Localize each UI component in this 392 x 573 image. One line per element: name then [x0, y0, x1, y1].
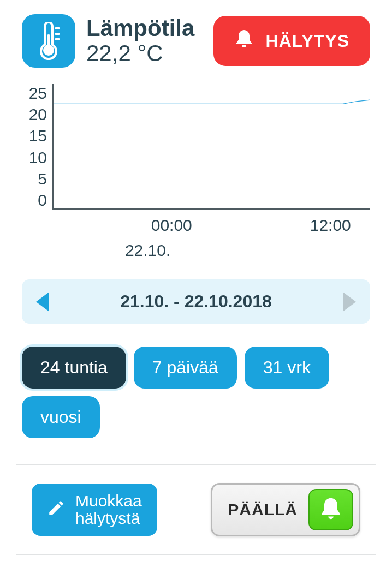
toggle-label: PÄÄLLÄ [228, 500, 298, 519]
y-tick: 25 [29, 84, 47, 103]
range-selector: 24 tuntia 7 päivää 31 vrk vuosi [22, 347, 370, 438]
chart-line [54, 84, 370, 208]
y-tick: 20 [29, 105, 47, 124]
pencil-icon [47, 499, 66, 521]
y-tick: 10 [29, 148, 47, 167]
toggle-knob [308, 489, 353, 530]
divider [16, 464, 376, 465]
temperature-title: Lämpötila [86, 16, 203, 41]
y-tick: 15 [29, 127, 47, 145]
range-31d-button[interactable]: 31 vrk [245, 347, 329, 389]
thermometer-icon [22, 14, 75, 68]
y-axis-ticks: 25 20 15 10 5 0 [22, 84, 52, 210]
y-tick: 0 [38, 191, 47, 210]
x-tick: 12:00 [291, 216, 371, 235]
bottom-controls: Muokkaa hälytystä PÄÄLLÄ [22, 483, 370, 536]
x-axis-date: 22.10. [52, 241, 370, 260]
header: Lämpötila 22,2 °C HÄLYTYS [22, 14, 370, 68]
bell-icon [319, 496, 343, 524]
alert-button[interactable]: HÄLYTYS [213, 16, 370, 66]
date-navigator: 21.10. - 22.10.2018 [22, 279, 370, 324]
edit-alert-button[interactable]: Muokkaa hälytystä [32, 484, 157, 536]
temperature-info: Lämpötila 22,2 °C [86, 16, 203, 66]
alert-toggle[interactable]: PÄÄLLÄ [211, 483, 360, 536]
prev-arrow-icon[interactable] [36, 292, 49, 312]
chart-plot-area [52, 84, 370, 210]
range-year-button[interactable]: vuosi [22, 396, 100, 438]
divider [16, 554, 376, 555]
x-tick: 00:00 [132, 216, 212, 235]
x-axis-ticks: 00:00 12:00 [52, 216, 370, 235]
alert-label: HÄLYTYS [266, 31, 349, 51]
bell-icon [234, 28, 254, 54]
temperature-value: 22,2 °C [86, 41, 203, 66]
range-7d-button[interactable]: 7 päivää [134, 347, 237, 389]
edit-label: Muokkaa hälytystä [75, 492, 142, 528]
date-range-label: 21.10. - 22.10.2018 [120, 291, 272, 312]
range-24h-button[interactable]: 24 tuntia [22, 347, 126, 389]
y-tick: 5 [38, 170, 47, 188]
next-arrow-icon[interactable] [343, 292, 356, 312]
chart: 25 20 15 10 5 0 00:00 12:00 22.10. [22, 84, 370, 260]
